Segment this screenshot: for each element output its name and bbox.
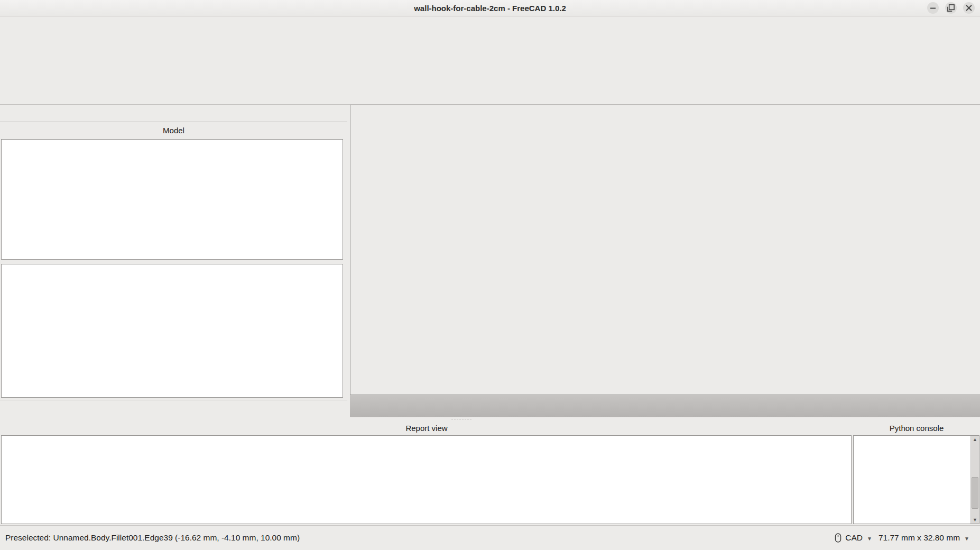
python-console-input[interactable] — [854, 436, 970, 524]
3d-viewport[interactable] — [350, 105, 980, 395]
model-panel-header: Model — [0, 122, 347, 138]
scroll-thumb[interactable] — [972, 477, 978, 509]
property-tabs — [0, 400, 347, 417]
minimize-button[interactable] — [927, 2, 939, 14]
report-view-dock: Report view — [0, 420, 853, 525]
toolbar-view — [0, 56, 980, 80]
toolbar-file — [0, 31, 980, 56]
python-console-title: Python console — [890, 424, 944, 433]
model-panel-title: Model — [163, 126, 184, 135]
title-bar[interactable]: wall-hook-for-cable-2cm - FreeCAD 1.0.2 — [0, 0, 980, 16]
dimensions-dropdown-icon[interactable]: ▼ — [964, 536, 969, 542]
toolbar-partdesign — [0, 80, 980, 104]
report-view-content[interactable] — [1, 435, 852, 524]
property-editor[interactable] — [1, 264, 343, 398]
viewport-dimensions[interactable]: 71.77 mm x 32.80 mm — [879, 533, 960, 543]
scroll-up-icon[interactable]: ▲ — [973, 437, 977, 442]
scroll-down-icon[interactable]: ▼ — [973, 517, 977, 522]
status-bar: Preselected: Unnamed.Body.Fillet001.Edge… — [0, 525, 980, 550]
report-view-header[interactable]: Report view — [0, 420, 853, 435]
status-message: Preselected: Unnamed.Body.Fillet001.Edge… — [5, 533, 300, 543]
freecad-window: wall-hook-for-cable-2cm - FreeCAD 1.0.2 … — [0, 0, 980, 550]
mouse-icon — [834, 533, 842, 543]
combo-view-panel: Model — [0, 105, 347, 417]
nav-style-selector[interactable]: CAD — [845, 533, 863, 543]
python-console-dock: Python console ▲ ▼ — [853, 420, 980, 525]
window-title: wall-hook-for-cable-2cm - FreeCAD 1.0.2 — [414, 4, 566, 13]
close-button[interactable] — [963, 2, 975, 14]
menu-bar — [0, 16, 980, 31]
mdi-tab-bar — [350, 395, 980, 417]
console-scrollbar[interactable]: ▲ ▼ — [970, 436, 979, 524]
nav-style-dropdown-icon[interactable]: ▼ — [867, 536, 872, 542]
toolbar-area — [0, 31, 980, 105]
report-view-title: Report view — [405, 424, 447, 433]
maximize-button[interactable] — [945, 2, 957, 14]
python-console-header[interactable]: Python console — [853, 420, 980, 435]
model-tree[interactable] — [1, 139, 343, 260]
panel-tabs — [0, 105, 347, 122]
